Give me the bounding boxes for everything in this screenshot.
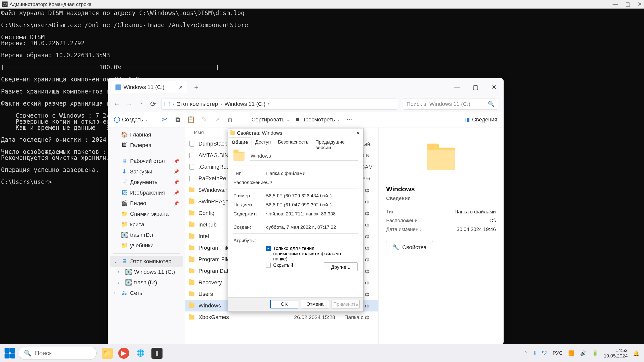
sidebar-item-screenshots[interactable]: 📁Снимки экрана <box>110 209 183 219</box>
preview-subtitle: Сведения <box>386 196 496 201</box>
taskbar-app-player[interactable]: ▶ <box>118 348 129 359</box>
tab-previous-versions[interactable]: Предыдущие версии <box>312 138 363 147</box>
sidebar-item-krita[interactable]: 📁крита <box>110 219 183 230</box>
explorer-tab[interactable]: Windows 11 (C:) ✕ <box>111 81 187 93</box>
dialog-close-button[interactable]: ✕ <box>355 130 361 136</box>
taskbar-search[interactable]: 🔍 Поиск <box>19 347 97 360</box>
explorer-minimize-button[interactable]: — <box>448 83 466 92</box>
language-indicator[interactable]: РУС <box>553 350 563 356</box>
chevron-down-icon: ⌄ <box>145 118 148 122</box>
cmd-maximize-button[interactable]: ▢ <box>625 1 630 8</box>
new-tab-button[interactable]: ＋ <box>193 83 199 92</box>
folder-icon: 📁 <box>122 243 127 248</box>
view-button[interactable]: ≡ Просмотреть ⌄ <box>296 116 340 123</box>
breadcrumb-drive[interactable]: Windows 11 (C:) <box>225 101 266 107</box>
nav-back-button[interactable]: ← <box>113 100 120 108</box>
battery-icon[interactable]: 🔋 <box>592 350 598 356</box>
hidden-checkbox-row[interactable]: Скрытый Другие... <box>233 262 358 272</box>
breadcrumb-pc[interactable]: Этот компьютер <box>177 101 218 107</box>
folder-icon: 📁 <box>122 222 127 227</box>
ok-button[interactable]: OK <box>270 300 298 308</box>
file-icon <box>189 153 194 158</box>
dialog-titlebar[interactable]: Свойства: Windows ✕ <box>228 128 363 138</box>
pin-icon: 📌 <box>174 201 179 206</box>
delete-button[interactable]: 🗑 <box>227 116 233 123</box>
security-icon[interactable]: 🛡 <box>542 350 547 356</box>
folder-name-input[interactable] <box>250 152 358 161</box>
taskbar: 🔍 Поиск 📁 ▶ 🌐 ▮ ⌃ ᛒ 🛡 РУС 📶 🔊 🔋 14:52 19… <box>0 344 644 362</box>
sort-button[interactable]: ↕ Сортировать ⌄ <box>247 116 290 123</box>
sidebar-item-downloads[interactable]: ⬇Загрузки📌 <box>110 166 183 177</box>
share-button[interactable]: ↗ <box>214 116 220 123</box>
documents-icon: 📄 <box>122 179 127 185</box>
taskbar-app-explorer[interactable]: 📁 <box>102 348 113 359</box>
cut-button[interactable]: ✂ <box>162 116 168 123</box>
cmd-minimize-button[interactable]: — <box>613 1 618 8</box>
pin-icon: 📌 <box>174 179 179 185</box>
explorer-titlebar[interactable]: Windows 11 (C:) ✕ ＋ — ▢ ✕ <box>108 78 503 96</box>
readonly-checkbox[interactable]: ■ <box>266 246 271 251</box>
explorer-maximize-button[interactable]: ▢ <box>466 83 485 92</box>
tab-access[interactable]: Доступ <box>252 138 274 147</box>
folder-icon <box>189 234 194 239</box>
start-button[interactable] <box>5 348 15 358</box>
sidebar-item-uchebniki[interactable]: 📁учебники <box>110 240 183 251</box>
cancel-button[interactable]: Отмена <box>301 300 329 308</box>
nav-forward-button[interactable]: → <box>125 100 133 108</box>
breadcrumb[interactable]: › Этот компьютер › Windows 11 (C:) › <box>161 99 398 110</box>
more-button[interactable]: ⋯ <box>346 116 353 123</box>
apply-button[interactable]: Применить <box>332 300 360 308</box>
sidebar-item-this-pc[interactable]: ⌄🖥Этот компьютер <box>110 256 183 267</box>
readonly-label: Только для чтения (применимо только к фа… <box>273 246 358 261</box>
folder-icon: 📁 <box>122 211 127 217</box>
nav-refresh-button[interactable]: ⟳ <box>149 100 157 108</box>
sidebar-item-network[interactable]: ›🖧Сеть <box>110 288 183 298</box>
sidebar-item-desktop[interactable]: 🖥Рабочий стол📌 <box>110 156 183 166</box>
details-pane-button[interactable]: ◨ Сведения <box>465 116 497 123</box>
sidebar-item-documents[interactable]: 📄Документы📌 <box>110 177 183 188</box>
notifications-icon[interactable]: 🔔 <box>633 350 639 356</box>
view-icon: ≡ <box>296 116 299 123</box>
readonly-checkbox-row[interactable]: ■ Только для чтения (применимо только к … <box>233 245 358 262</box>
drive-icon: 💽 <box>122 232 127 238</box>
sidebar-item-drive-c[interactable]: ›💽Windows 11 (C:) <box>110 267 183 277</box>
rename-button[interactable]: ✎ <box>201 116 207 123</box>
file-icon <box>189 141 194 147</box>
other-attributes-button[interactable]: Другие... <box>324 262 358 271</box>
sort-icon: ↕ <box>247 116 250 123</box>
explorer-close-button[interactable]: ✕ <box>485 83 503 92</box>
bluetooth-icon[interactable]: ᛒ <box>534 350 537 356</box>
search-input[interactable]: Поиск в: Windows 11 (C:) 🔍 <box>403 99 498 110</box>
wifi-icon[interactable]: 📶 <box>568 350 575 356</box>
taskbar-clock[interactable]: 14:52 19.05.2024 <box>604 348 628 359</box>
sidebar-item-drive-d[interactable]: ›💽trash (D:) <box>110 277 183 288</box>
folder-icon <box>427 148 455 170</box>
explorer-toolbar: ＋ Создать ⌄ ✂ ⧉ 📋 ✎ ↗ 🗑 ↕ Сортировать ⌄ … <box>108 112 503 127</box>
file-row[interactable]: XboxGames26.02.2024 15:28Папка с ф <box>185 311 378 323</box>
nav-up-button[interactable]: ↑ <box>137 100 145 108</box>
sidebar-item-home[interactable]: 🏠Главная <box>110 129 183 140</box>
taskbar-app-chrome[interactable]: 🌐 <box>135 348 146 359</box>
download-icon: ⬇ <box>122 169 127 174</box>
tab-security[interactable]: Безопасность <box>274 138 312 147</box>
tab-close-button[interactable]: ✕ <box>179 84 183 90</box>
folder-icon <box>233 152 245 161</box>
hidden-checkbox[interactable] <box>266 263 271 267</box>
copy-button[interactable]: ⧉ <box>175 116 181 123</box>
file-date: 26.02.2024 15:28 <box>294 314 344 320</box>
taskbar-app-terminal[interactable]: ▮ <box>151 348 163 359</box>
sidebar-item-gallery[interactable]: 🖼Галерея <box>110 140 183 151</box>
volume-icon[interactable]: 🔊 <box>580 350 586 356</box>
sidebar-item-video[interactable]: 🎬Видео📌 <box>110 198 183 209</box>
paste-button[interactable]: 📋 <box>188 116 194 123</box>
tray-expand-icon[interactable]: ⌃ <box>524 350 528 356</box>
wrench-icon: 🔧 <box>392 244 399 251</box>
properties-button[interactable]: 🔧 Свойства <box>386 241 433 254</box>
create-button[interactable]: ＋ Создать ⌄ <box>114 116 148 123</box>
video-icon: 🎬 <box>122 201 127 206</box>
sidebar-item-trash-d[interactable]: 💽trash (D:) <box>110 230 183 240</box>
tab-general[interactable]: Общие <box>228 138 252 147</box>
sidebar-item-pictures[interactable]: 🖼Изображения📌 <box>110 188 183 198</box>
cmd-close-button[interactable]: ✕ <box>637 1 642 8</box>
cmd-titlebar[interactable]: C:\ Администратор: Командная строка — ▢ … <box>0 0 644 9</box>
